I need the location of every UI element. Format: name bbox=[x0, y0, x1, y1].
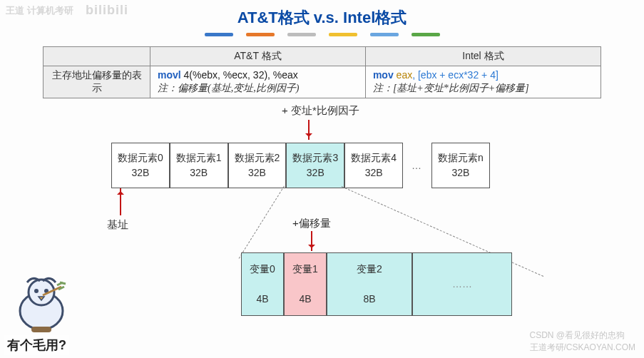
label-index-scale: + 变址*比例因子 bbox=[282, 104, 359, 118]
att-kw: movl bbox=[158, 69, 181, 81]
label-base: 基址 bbox=[107, 218, 128, 232]
cell-en: 数据元素n32B bbox=[431, 143, 490, 188]
cell-e3-highlight: 数据元素332B bbox=[286, 143, 344, 188]
cell-v2: 变量28B bbox=[327, 252, 412, 316]
intel-note: 注：[基址+变址*比例因子+偏移量] bbox=[373, 82, 593, 95]
bird-caption: 有个毛用? bbox=[4, 335, 69, 355]
label-offset: +偏移量 bbox=[292, 217, 331, 230]
variable-row: 变量04B 变量14B 变量28B …… bbox=[241, 252, 512, 316]
cell-e1: 数据元素132B bbox=[170, 143, 228, 188]
cell-v1-highlight: 变量14B bbox=[284, 252, 327, 316]
att-note: 注：偏移量(基址,变址,比例因子) bbox=[158, 82, 358, 95]
watermark-top-left1: 王道 计算机考研 bbox=[6, 4, 73, 17]
cell-intel: mov eax, [ebx + ecx*32 + 4] 注：[基址+变址*比例因… bbox=[365, 66, 600, 98]
cell-dots: …… bbox=[412, 252, 512, 316]
memory-diagram: + 变址*比例因子 数据元素032B 数据元素132B 数据元素232B 数据元… bbox=[0, 104, 644, 339]
row-label: 主存地址偏移量的表示 bbox=[44, 66, 150, 98]
watermark-bottom-right: CSDN @看见很好的忠狗 王道考研/CSKAOYAN.COM bbox=[530, 329, 635, 354]
svg-point-2 bbox=[34, 289, 39, 293]
th-intel: Intel 格式 bbox=[365, 47, 600, 66]
arrow-down-top bbox=[308, 120, 310, 140]
svg-rect-4 bbox=[31, 327, 51, 332]
ellipsis-top: … bbox=[403, 160, 431, 171]
watermark-top-left2: bilibili bbox=[86, 3, 128, 18]
intel-reg: eax bbox=[394, 69, 412, 81]
arrow-up-base bbox=[120, 188, 121, 215]
arrow-down-offset bbox=[311, 231, 312, 251]
cell-v0: 变量04B bbox=[241, 252, 284, 316]
att-rest: 4(%ebx, %ecx, 32), %eax bbox=[181, 69, 298, 81]
dash-line-left bbox=[239, 185, 285, 258]
bird-icon bbox=[6, 267, 77, 338]
th-att: AT&T 格式 bbox=[150, 47, 366, 66]
cell-att: movl 4(%ebx, %ecx, 32), %eax 注：偏移量(基址,变址… bbox=[150, 66, 366, 98]
cell-e4: 数据元素432B bbox=[344, 143, 403, 188]
data-element-row: 数据元素032B 数据元素132B 数据元素232B 数据元素332B 数据元素… bbox=[111, 143, 490, 188]
intel-kw: mov bbox=[373, 69, 394, 81]
intel-rest: , [ebx + ecx*32 + 4] bbox=[412, 69, 499, 81]
comparison-table: AT&T 格式 Intel 格式 主存地址偏移量的表示 movl 4(%ebx,… bbox=[0, 36, 644, 98]
cell-e0: 数据元素032B bbox=[111, 143, 170, 188]
cell-e2: 数据元素232B bbox=[228, 143, 287, 188]
